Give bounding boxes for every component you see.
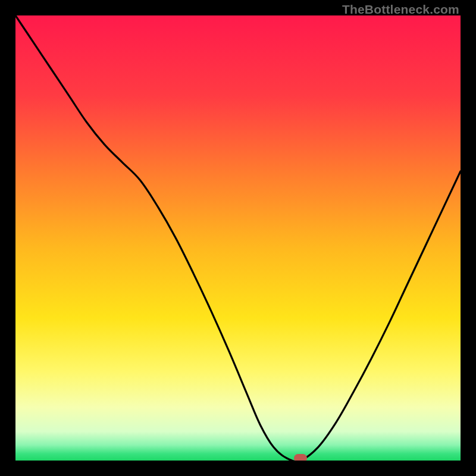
bottleneck-curve	[15, 15, 461, 461]
plot-area	[15, 15, 461, 461]
optimal-point-marker	[294, 454, 307, 461]
chart-container: TheBottleneck.com	[0, 0, 476, 476]
watermark-text: TheBottleneck.com	[342, 2, 459, 17]
curve-svg	[15, 15, 461, 461]
